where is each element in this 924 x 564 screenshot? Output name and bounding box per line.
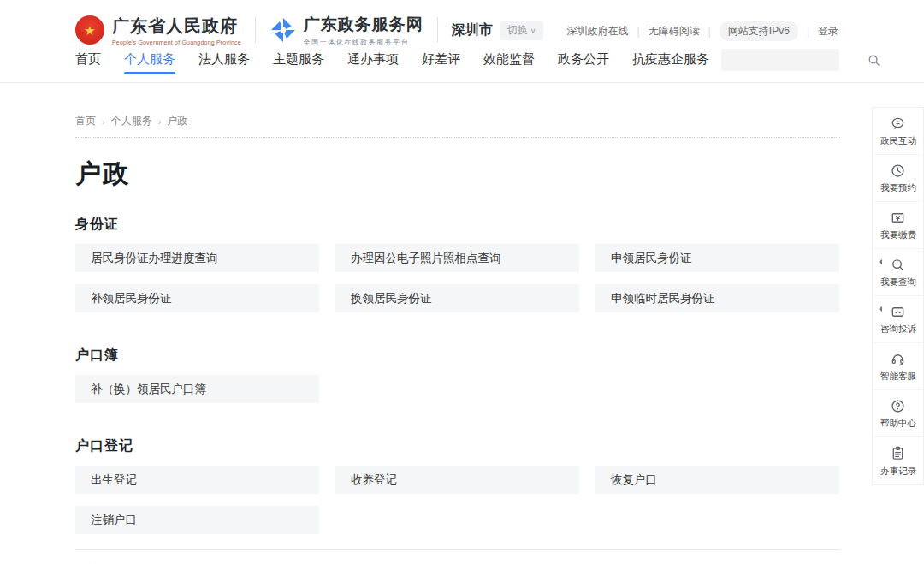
nav-universal-items[interactable]: 通办事项 (347, 51, 399, 80)
link-accessibility[interactable]: 无障碍阅读 (649, 24, 700, 39)
breadcrumb-separator: › (158, 116, 162, 127)
sidebar-item-label: 办事记录 (880, 465, 915, 477)
gov-logo: 广东省人民政府 People's Government of Guangdong… (112, 15, 241, 45)
service-item[interactable]: 换领居民身份证 (335, 284, 579, 312)
sidebar-item-label: 我要缴费 (880, 229, 915, 240)
service-item[interactable]: 出生登记 (75, 466, 319, 494)
service-item[interactable]: 申领临时居民身份证 (595, 284, 839, 312)
sidebar-item-payment[interactable]: 我要缴费 (873, 202, 923, 249)
section-divider (75, 549, 840, 550)
section-items-id-card: 居民身份证办理进度查询 办理因公电子照片照相点查询 申领居民身份证 补领居民身份… (75, 244, 840, 312)
breadcrumb: 首页 › 个人服务 › 户政 (75, 107, 840, 138)
gov-subtitle: People's Government of Guangdong Provinc… (112, 39, 241, 45)
top-links: 深圳政府在线 | 无障碍阅读 | 网站支持IPv6 | 登录 (567, 21, 838, 41)
nav-theme-services[interactable]: 主题服务 (273, 51, 324, 80)
city-switch-label: 切换 (507, 24, 528, 36)
nav-personal-services[interactable]: 个人服务 (124, 51, 175, 80)
caret-down-icon: ∨ (530, 27, 536, 35)
section-items-household-booklet: 补（换）领居民户口簿 (75, 375, 840, 403)
headset-icon (890, 350, 906, 367)
service-item[interactable]: 居民身份证办理进度查询 (75, 244, 319, 272)
section-title-household-booklet: 户口簿 (75, 347, 840, 365)
sidebar-item-gov-interaction[interactable]: 政民互动 (873, 108, 923, 155)
nav-supervision[interactable]: 效能监督 (483, 51, 535, 80)
question-circle-icon (890, 397, 906, 414)
active-tab-underline (124, 72, 175, 74)
nav-label: 个人服务 (124, 51, 175, 66)
portal-subtitle: 全国一体化在线政务服务平台 (304, 38, 424, 47)
page-title: 户政 (75, 157, 840, 192)
gov-title: 广东省人民政府 (112, 15, 241, 38)
arrow-marker (879, 306, 882, 312)
nav-legal-services[interactable]: 法人服务 (198, 51, 250, 80)
nav-reviews[interactable]: 好差评 (422, 51, 460, 80)
sidebar-item-label: 我要预约 (880, 181, 915, 193)
service-item[interactable]: 办理因公电子照片照相点查询 (335, 244, 579, 272)
breadcrumb-home[interactable]: 首页 (75, 114, 96, 128)
arrow-marker (879, 259, 882, 264)
portal-title: 广东政务服务网 (304, 14, 424, 36)
nav-home[interactable]: 首页 (75, 51, 101, 80)
banknote-icon (890, 209, 906, 226)
service-item[interactable]: 恢复户口 (595, 466, 839, 494)
sidebar-item-help-center[interactable]: 帮助中心 (873, 390, 923, 437)
search-input[interactable] (721, 49, 868, 71)
breadcrumb-separator: › (102, 116, 105, 127)
main-content: 首页 › 个人服务 › 户政 户政 身份证 居民身份证办理进度查询 办理因公电子… (75, 107, 840, 564)
section-title-household-registration: 户口登记 (75, 437, 840, 455)
city-name: 深圳市 (452, 21, 493, 39)
side-toolbar: 政民互动 我要预约 我要缴费 我要查询 咨询投诉 (872, 107, 924, 485)
main-nav: 首页 个人服务 法人服务 主题服务 通办事项 好差评 效能监督 政务公开 抗疫惠… (75, 51, 709, 80)
star-glyph: ★ (84, 24, 95, 37)
sidebar-item-label: 政民互动 (880, 134, 915, 146)
login-link[interactable]: 登录 (818, 24, 838, 39)
divider (437, 17, 438, 43)
service-item[interactable]: 申领居民身份证 (595, 244, 839, 272)
sidebar-item-smart-service[interactable]: 智能客服 (873, 343, 923, 390)
divider (255, 17, 256, 43)
city-switch-button[interactable]: 切换∨ (500, 21, 544, 40)
logo-row: ★ 广东省人民政府 People's Government of Guangdo… (75, 12, 543, 48)
national-emblem-icon: ★ (75, 15, 104, 45)
nav-anti-epidemic[interactable]: 抗疫惠企服务 (632, 51, 709, 80)
sidebar-item-appointment[interactable]: 我要预约 (873, 155, 923, 202)
sidebar-item-query[interactable]: 我要查询 (873, 249, 923, 296)
service-item[interactable]: 补（换）领居民户口簿 (75, 375, 319, 403)
page: ★ 广东省人民政府 People's Government of Guangdo… (0, 0, 924, 564)
breadcrumb-personal-services[interactable]: 个人服务 (111, 114, 152, 128)
header: ★ 广东省人民政府 People's Government of Guangdo… (0, 0, 924, 83)
divider: | (708, 26, 711, 38)
sidebar-item-label: 帮助中心 (880, 417, 915, 429)
search-icon[interactable] (868, 54, 880, 67)
section-title-id-card: 身份证 (75, 216, 840, 234)
sidebar-item-label: 智能客服 (880, 370, 915, 382)
sidebar-item-label: 咨询投诉 (880, 323, 915, 335)
sidebar-item-complaint[interactable]: 咨询投诉 (873, 296, 923, 343)
service-item[interactable]: 补领居民身份证 (75, 284, 319, 312)
search-box (721, 49, 839, 71)
divider: | (807, 26, 809, 38)
sidebar-item-service-records[interactable]: 办事记录 (873, 437, 923, 484)
clipboard-icon (890, 445, 906, 462)
complaint-box-icon (890, 303, 906, 320)
service-item[interactable]: 注销户口 (75, 506, 319, 534)
portal-logo: 广东政务服务网 全国一体化在线政务服务平台 (304, 14, 424, 47)
link-gov-online[interactable]: 深圳政府在线 (567, 24, 629, 39)
portal-pinwheel-icon (270, 16, 297, 44)
nav-gov-disclosure[interactable]: 政务公开 (558, 51, 609, 80)
sidebar-item-label: 我要查询 (880, 276, 915, 288)
magnifier-icon (890, 256, 906, 273)
clock-icon (890, 162, 906, 179)
divider: | (637, 26, 640, 38)
service-item[interactable]: 收养登记 (335, 466, 579, 494)
breadcrumb-current: 户政 (167, 114, 187, 128)
section-items-household-registration: 出生登记 收养登记 恢复户口 注销户口 (75, 466, 840, 534)
chat-bubble-icon (890, 115, 906, 132)
ipv6-badge: 网站支持IPv6 (720, 21, 798, 41)
